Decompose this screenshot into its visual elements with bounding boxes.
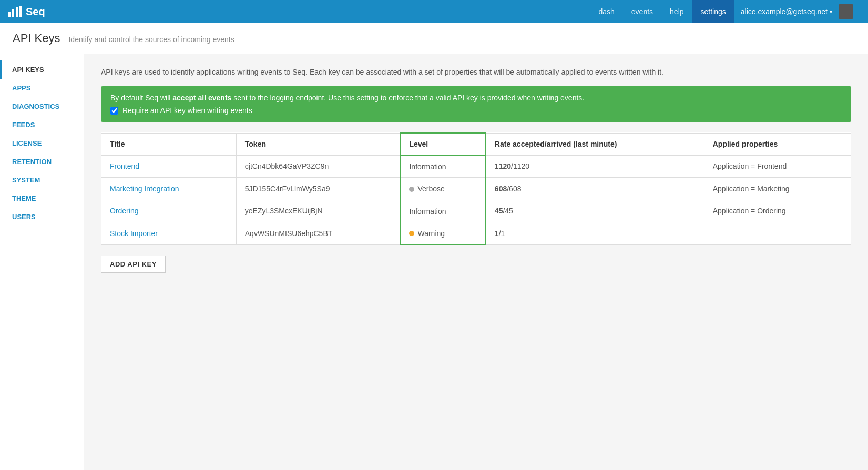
nav-events[interactable]: events — [623, 0, 661, 23]
chevron-down-icon: ▾ — [830, 9, 832, 15]
nav-links: dash events help settings alice.example@… — [590, 0, 860, 23]
api-key-title-link[interactable]: Frontend — [110, 162, 139, 170]
add-api-key-button[interactable]: ADD API KEY — [101, 256, 166, 273]
sidebar-item-apps[interactable]: APPS — [0, 79, 84, 97]
sidebar-item-api-keys[interactable]: API KEYS — [0, 60, 84, 79]
table-row: Ordering yeEZyL3SMcxEKUijBjN Information… — [101, 200, 851, 222]
main-content: API keys are used to identify applicatio… — [84, 54, 868, 470]
cell-rate: 1120/1120 — [486, 155, 704, 178]
cell-title: Ordering — [101, 200, 237, 222]
api-key-title-link[interactable]: Ordering — [110, 207, 138, 215]
nav-settings[interactable]: settings — [692, 0, 734, 23]
table-row: Marketing Integration 5JD155C4rFvLlmWy5S… — [101, 178, 851, 200]
cell-properties: Application = Frontend — [704, 155, 851, 178]
cell-token: AqvWSUnMISU6ehpC5BT — [236, 222, 400, 244]
sidebar-item-theme[interactable]: THEME — [0, 189, 84, 208]
level-dot-icon — [409, 187, 414, 192]
sidebar-item-license[interactable]: LICENSE — [0, 134, 84, 152]
table-row: Frontend cjtCn4Dbk64GaVP3ZC9n Informatio… — [101, 155, 851, 178]
col-header-token: Token — [236, 133, 400, 155]
api-keys-table: Title Token Level Rate accepted/arrived … — [101, 132, 851, 245]
api-key-title-link[interactable]: Marketing Integration — [110, 185, 179, 193]
cell-title: Stock Importer — [101, 222, 237, 244]
cell-token: cjtCn4Dbk64GaVP3ZC9n — [236, 155, 400, 178]
cell-level: Warning — [400, 222, 485, 244]
sidebar-item-diagnostics[interactable]: DIAGNOSTICS — [0, 97, 84, 116]
cell-token: 5JD155C4rFvLlmWy5Sa9 — [236, 178, 400, 200]
require-api-key-label[interactable]: Require an API key when writing events — [122, 106, 252, 115]
cell-properties — [704, 222, 851, 244]
require-api-key-checkbox[interactable] — [110, 107, 118, 115]
sidebar-item-feeds[interactable]: FEEDS — [0, 116, 84, 134]
rate-accepted: 608 — [495, 185, 507, 193]
cell-properties: Application = Marketing — [704, 178, 851, 200]
sidebar-item-system[interactable]: SYSTEM — [0, 171, 84, 189]
nav-help[interactable]: help — [661, 0, 692, 23]
col-header-level: Level — [400, 133, 485, 155]
level-text: Warning — [417, 229, 445, 238]
cell-level: Verbose — [400, 178, 485, 200]
cell-rate: 1/1 — [486, 222, 704, 244]
level-text: Verbose — [417, 185, 444, 193]
rate-accepted: 45 — [495, 207, 503, 215]
table-row: Stock Importer AqvWSUnMISU6ehpC5BT Warni… — [101, 222, 851, 244]
cell-level: Information — [400, 200, 485, 222]
cell-level: Information — [400, 155, 485, 178]
rate-accepted: 1120 — [495, 162, 511, 170]
sidebar: API KEYS APPS DIAGNOSTICS FEEDS LICENSE … — [0, 54, 84, 470]
rate-accepted: 1 — [495, 229, 499, 238]
table-header-row: Title Token Level Rate accepted/arrived … — [101, 133, 851, 155]
cell-properties: Application = Ordering — [704, 200, 851, 222]
cell-rate: 45/45 — [486, 200, 704, 222]
alert-box: By default Seq will accept all events se… — [101, 86, 851, 122]
sidebar-item-users[interactable]: USERS — [0, 208, 84, 226]
cell-rate: 608/608 — [486, 178, 704, 200]
level-dot-icon — [409, 231, 414, 236]
col-header-rate: Rate accepted/arrived (last minute) — [486, 133, 704, 155]
logo-bars-icon — [8, 6, 22, 17]
page-description: API keys are used to identify applicatio… — [101, 67, 851, 78]
cell-title: Frontend — [101, 155, 237, 178]
logo: Seq — [8, 6, 45, 18]
cell-title: Marketing Integration — [101, 178, 237, 200]
page-subtitle: Identify and control the sources of inco… — [68, 35, 234, 44]
col-header-properties: Applied properties — [704, 133, 851, 155]
user-menu[interactable]: alice.example@getseq.net ▾ — [734, 0, 860, 23]
nav-dash[interactable]: dash — [590, 0, 622, 23]
top-nav: Seq dash events help settings alice.exam… — [0, 0, 868, 23]
col-header-title: Title — [101, 133, 237, 155]
level-text: Information — [409, 207, 446, 216]
level-text: Information — [409, 162, 446, 171]
sidebar-item-retention[interactable]: RETENTION — [0, 152, 84, 171]
cell-token: yeEZyL3SMcxEKUijBjN — [236, 200, 400, 222]
require-api-key-row: Require an API key when writing events — [110, 106, 842, 115]
page-title: API Keys — [13, 32, 60, 45]
api-key-title-link[interactable]: Stock Importer — [110, 229, 158, 238]
main-layout: API KEYS APPS DIAGNOSTICS FEEDS LICENSE … — [0, 54, 868, 470]
avatar — [839, 4, 853, 19]
page-header: API Keys Identify and control the source… — [0, 23, 868, 54]
alert-text: By default Seq will accept all events se… — [110, 94, 842, 102]
